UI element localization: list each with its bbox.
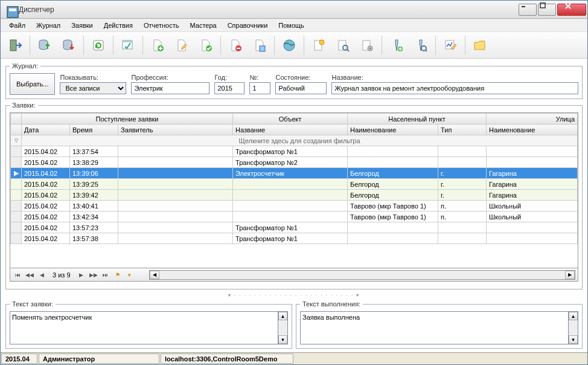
cell-street[interactable]: Гагарина bbox=[487, 179, 578, 190]
select-button[interactable]: Выбрать... bbox=[10, 73, 55, 95]
cell-type[interactable] bbox=[438, 233, 487, 244]
cell-time[interactable]: 13:57:38 bbox=[70, 233, 118, 244]
titlebar[interactable]: Диспетчер bbox=[1, 1, 587, 19]
cell-locname[interactable]: Белгород bbox=[348, 168, 438, 179]
cell-locname[interactable] bbox=[348, 146, 438, 157]
cell-time[interactable]: 13:37:54 bbox=[70, 146, 118, 157]
cell-locname[interactable]: Таврово (мкр Таврово 1) bbox=[348, 212, 438, 222]
menu-reports[interactable]: Отчетность bbox=[139, 20, 184, 31]
doc-add-icon[interactable] bbox=[147, 34, 168, 56]
requests-grid[interactable]: Поступление заявки Объект Населенный пун… bbox=[10, 112, 578, 268]
cell-type[interactable]: г. bbox=[438, 190, 487, 201]
table-row[interactable]: ▶2015.04.0213:39:06ЭлектросчетчикБелгоро… bbox=[11, 168, 578, 179]
cell-applicant[interactable] bbox=[118, 146, 233, 157]
cell-objname[interactable] bbox=[233, 190, 348, 201]
memo-scrollbar[interactable]: ▲ ▼ bbox=[569, 311, 578, 344]
minimize-button[interactable] bbox=[519, 4, 537, 16]
cell-street[interactable]: Школьный bbox=[487, 212, 578, 222]
menu-refs[interactable]: Справочники bbox=[223, 20, 273, 31]
cell-locname[interactable] bbox=[348, 157, 438, 168]
cell-applicant[interactable] bbox=[118, 157, 233, 168]
cell-date[interactable]: 2015.04.02 bbox=[22, 168, 70, 179]
table-row[interactable]: 2015.04.0213:57:38Трансформатор №1 bbox=[11, 233, 578, 244]
cell-objname[interactable]: Трансформатор №1 bbox=[233, 222, 348, 233]
cell-objname[interactable] bbox=[233, 201, 348, 212]
nav-next-icon[interactable]: ▶ bbox=[77, 270, 86, 280]
horizontal-scrollbar[interactable]: ◀ ▶ bbox=[149, 270, 575, 280]
table-row[interactable]: 2015.04.0213:39:25Белгородг.Гагарина bbox=[11, 179, 578, 190]
cell-objname[interactable] bbox=[233, 179, 348, 190]
cell-type[interactable] bbox=[438, 222, 487, 233]
cell-time[interactable]: 13:39:06 bbox=[70, 168, 118, 179]
cell-applicant[interactable] bbox=[118, 190, 233, 201]
cell-date[interactable]: 2015.04.02 bbox=[22, 157, 70, 168]
doc-ok-icon[interactable] bbox=[195, 34, 217, 56]
cell-type[interactable] bbox=[438, 146, 487, 157]
cell-type[interactable]: п. bbox=[438, 201, 487, 212]
cell-locname[interactable] bbox=[348, 233, 438, 244]
cell-date[interactable]: 2015.04.02 bbox=[22, 179, 70, 190]
chart-edit-icon[interactable] bbox=[439, 34, 461, 56]
db-up-icon[interactable] bbox=[34, 34, 56, 56]
cell-date[interactable]: 2015.04.02 bbox=[22, 212, 70, 222]
cell-objname[interactable]: Электросчетчик bbox=[233, 168, 348, 179]
col-group-arrival[interactable]: Поступление заявки bbox=[22, 114, 233, 124]
refresh-icon[interactable] bbox=[88, 34, 109, 56]
filter-hint[interactable]: Щелкните здесь для создания фильтра bbox=[22, 135, 578, 146]
scroll-up-icon[interactable]: ▲ bbox=[569, 312, 578, 320]
close-button[interactable] bbox=[557, 4, 586, 16]
nav-last-icon[interactable]: ⏭ bbox=[101, 270, 110, 280]
col-street[interactable]: Наименование bbox=[487, 124, 578, 135]
folder-icon[interactable] bbox=[469, 34, 491, 56]
col-applicant[interactable]: Заявитель bbox=[118, 124, 233, 135]
scroll-down-icon[interactable]: ▼ bbox=[278, 335, 287, 344]
cell-locname[interactable]: Белгород bbox=[348, 179, 438, 190]
col-date[interactable]: Дата bbox=[22, 124, 70, 135]
col-locname[interactable]: Наименование bbox=[348, 124, 438, 135]
table-row[interactable]: 2015.04.0213:40:41Таврово (мкр Таврово 1… bbox=[11, 201, 578, 212]
cell-street[interactable] bbox=[487, 233, 578, 244]
filter-toggle-icon[interactable]: ▽ bbox=[11, 135, 22, 146]
screw-add-icon[interactable] bbox=[386, 34, 407, 56]
no-input[interactable] bbox=[249, 82, 270, 94]
cell-street[interactable]: Гагарина bbox=[487, 190, 578, 201]
menu-actions[interactable]: Действия bbox=[99, 20, 138, 31]
table-row[interactable]: 2015.04.0213:38:29Трансформатор №2 bbox=[11, 157, 578, 168]
cell-date[interactable]: 2015.04.02 bbox=[22, 146, 70, 157]
cell-applicant[interactable] bbox=[118, 222, 233, 233]
cell-street[interactable] bbox=[487, 157, 578, 168]
cell-objname[interactable]: Трансформатор №2 bbox=[233, 157, 348, 168]
cell-applicant[interactable] bbox=[118, 179, 233, 190]
menu-masters[interactable]: Мастера bbox=[185, 20, 222, 31]
table-row[interactable]: 2015.04.0213:42:34Таврово (мкр Таврово 1… bbox=[11, 212, 578, 222]
cell-type[interactable]: п. bbox=[438, 212, 487, 222]
page-find-icon[interactable] bbox=[332, 34, 354, 56]
state-input[interactable] bbox=[275, 82, 327, 94]
col-group-object[interactable]: Объект bbox=[233, 114, 348, 124]
nav-bookmark-icon[interactable]: ⚑ bbox=[113, 270, 123, 280]
request-text-area[interactable]: Поменять электросчетчик bbox=[10, 311, 278, 344]
table-row[interactable]: 2015.04.0213:37:54Трансформатор №1 bbox=[11, 146, 578, 157]
menu-file[interactable]: Файл bbox=[4, 20, 30, 31]
table-row[interactable]: 2015.04.0213:57:23Трансформатор №1 bbox=[11, 222, 578, 233]
nav-prev-icon[interactable]: ◀ bbox=[37, 270, 46, 280]
cell-objname[interactable] bbox=[233, 212, 348, 222]
show-select[interactable]: Все записи bbox=[60, 82, 126, 94]
profession-input[interactable] bbox=[131, 82, 209, 94]
maximize-button[interactable] bbox=[538, 4, 556, 16]
col-objname[interactable]: Название bbox=[233, 124, 348, 135]
globe-icon[interactable] bbox=[278, 34, 300, 56]
nav-nextpage-icon[interactable]: ▶▶ bbox=[89, 270, 98, 280]
exit-icon[interactable] bbox=[4, 34, 26, 56]
page-config-icon[interactable] bbox=[356, 34, 378, 56]
cell-street[interactable]: Школьный bbox=[487, 201, 578, 212]
screw-find-icon[interactable] bbox=[410, 34, 432, 56]
cell-time[interactable]: 13:40:41 bbox=[70, 201, 118, 212]
cell-applicant[interactable] bbox=[118, 233, 233, 244]
col-group-locality[interactable]: Населенный пункт bbox=[348, 114, 487, 124]
splitter[interactable]: ▾ · · · · · · · · · · · · · · · · · · · … bbox=[5, 292, 583, 298]
cell-street[interactable] bbox=[487, 222, 578, 233]
cell-locname[interactable]: Белгород bbox=[348, 190, 438, 201]
cell-locname[interactable] bbox=[348, 222, 438, 233]
cell-time[interactable]: 13:42:34 bbox=[70, 212, 118, 222]
